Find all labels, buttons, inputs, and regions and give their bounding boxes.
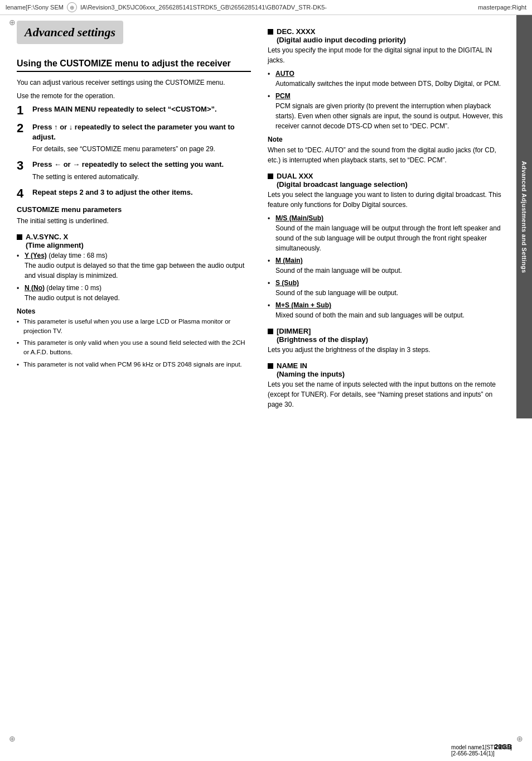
step-1: 1 Press MAIN MENU repeatedly to select “… (17, 104, 251, 117)
namein-heading-row: NAME IN (Naming the inputs) (268, 362, 505, 378)
dimmer-square-icon (268, 329, 273, 334)
right-column: DEC. XXXX (Digital audio input decoding … (262, 15, 516, 418)
main-layout: Advanced settings Using the CUSTOMIZE me… (0, 15, 532, 418)
namein-intro: Lets you set the name of inputs selected… (268, 379, 505, 410)
note-1: This parameter is useful when you use a … (17, 317, 251, 336)
dimmer-subtitle: (Brightness of the display) (277, 335, 368, 344)
note-3: This parameter is not valid when PCM 96 … (17, 360, 251, 369)
dual-square-icon (268, 174, 273, 179)
section2-intro: The initial setting is underlined. (17, 216, 251, 226)
header-bar: lename[F:\Sony SEM ⊕ IA\Revision3_DK5\JC… (0, 0, 532, 15)
sidebar-label: Advanced Adjustments and Settings (521, 161, 528, 273)
dual-title: DUAL XXX (277, 172, 313, 180)
dimmer-heading-row: [DIMMER] (Brightness of the display) (268, 327, 505, 344)
crosshair-header: ⊕ (67, 2, 77, 12)
step-3-content: Press ← or → repeatedly to select the se… (32, 160, 251, 181)
avsync-no-delay: (delay time : 0 ms) (46, 284, 101, 292)
avsync-square-icon (17, 234, 22, 240)
dual-bullet-m: • M (Main) Sound of the main language wi… (268, 256, 505, 276)
avsync-no-text: The audio output is not delayed. (25, 294, 120, 302)
page-title: Advanced settings (25, 25, 115, 40)
step-4-number: 4 (17, 187, 32, 200)
dual-s-text: Sound of the sub language will be output… (275, 289, 398, 297)
title-box: Advanced settings (17, 21, 123, 44)
namein-subtitle: (Naming the inputs) (277, 370, 345, 378)
step-1-content: Press MAIN MENU repeatedly to select “<C… (32, 104, 251, 116)
dec-heading-row: DEC. XXXX (Digital audio input decoding … (268, 27, 505, 44)
step-4: 4 Repeat steps 2 and 3 to adjust the oth… (17, 187, 251, 200)
dual-s-label: S (Sub) (275, 279, 299, 287)
section1-heading: Using the CUSTOMIZE menu to adjust the r… (17, 59, 251, 72)
namein-title: NAME IN (277, 362, 307, 370)
dec-square-icon (268, 29, 273, 35)
avsync-no-content: N (No) (delay time : 0 ms) The audio out… (25, 283, 120, 303)
step-2-body: For details, see “CUSTOMIZE menu paramet… (32, 144, 251, 154)
dec-pcm-content: PCM PCM signals are given priority (to p… (275, 91, 505, 131)
dec-note-label: Note (268, 136, 505, 143)
left-column: Advanced settings Using the CUSTOMIZE me… (0, 15, 262, 418)
dual-bullet-s: • S (Sub) Sound of the sub language will… (268, 278, 505, 298)
avsync-bullet-no: • N (No) (delay time : 0 ms) The audio o… (17, 283, 251, 303)
avsync-yes-delay: (delay time : 68 ms) (49, 252, 107, 259)
bullet-dot-no: • (17, 283, 21, 293)
corner-mark-tl: ⊕ (7, 17, 18, 28)
dual-ms-text: Sound of the main language will be outpu… (275, 224, 501, 252)
step-4-title: Repeat steps 2 and 3 to adjust the other… (32, 187, 251, 198)
dec-title: DEC. XXXX (277, 27, 315, 36)
section2-heading: CUSTOMIZE menu parameters (17, 205, 251, 214)
avsync-yes-label: Y (Yes) (25, 252, 47, 259)
header-path: IA\Revision3_DK5\JC06xxx_2656285141STRDK… (80, 4, 327, 11)
bullet-dot-yes: • (17, 251, 21, 261)
dimmer-title: [DIMMER] (277, 327, 311, 335)
sidebar: Advanced Adjustments and Settings (516, 15, 532, 418)
dual-m-text: Sound of the main language will be outpu… (275, 267, 402, 274)
notes-label: Notes (17, 307, 251, 315)
step-3: 3 Press ← or → repeatedly to select the … (17, 160, 251, 181)
avsync-subtitle: (Time alignment) (26, 241, 84, 249)
dual-mpluss-content: M+S (Main + Sub) Mixed sound of both the… (275, 300, 465, 320)
step-4-content: Repeat steps 2 and 3 to adjust the other… (32, 187, 251, 199)
dec-subtitle: (Digital audio input decoding priority) (277, 36, 406, 44)
avsync-yes-text: The audio output is delayed so that the … (25, 262, 244, 280)
header-right: masterpage:Right (478, 4, 526, 11)
avsync-yes-content: Y (Yes) (delay time : 68 ms) The audio o… (25, 251, 251, 281)
avsync-heading-text: A.V.SYNC. X (Time alignment) (26, 233, 84, 249)
dec-auto-text: Automatically switches the input mode be… (275, 80, 501, 88)
header-left: lename[F:\Sony SEM ⊕ IA\Revision3_DK5\JC… (6, 2, 327, 12)
dual-subtitle: (Digital broadcast language selection) (277, 180, 408, 189)
dual-m-content: M (Main) Sound of the main language will… (275, 256, 402, 276)
dual-heading-row: DUAL XXX (Digital broadcast language sel… (268, 172, 505, 189)
step-3-number: 3 (17, 160, 32, 172)
step-1-title: Press MAIN MENU repeatedly to select “<C… (32, 104, 251, 114)
dec-pcm-label: PCM (275, 92, 291, 100)
dec-note-text: When set to “DEC. AUTO” and the sound fr… (268, 145, 505, 165)
dual-intro: Lets you select the language you want to… (268, 190, 505, 210)
step-3-title: Press ← or → repeatedly to select the se… (32, 160, 251, 170)
step-1-number: 1 (17, 104, 32, 117)
corner-mark-br: ⊕ (514, 733, 525, 744)
namein-square-icon (268, 363, 273, 369)
dec-bullet-pcm: • PCM PCM signals are given priority (to… (268, 91, 505, 131)
dual-heading-text: DUAL XXX (Digital broadcast language sel… (277, 172, 408, 189)
avsync-title: A.V.SYNC. X (26, 233, 68, 241)
dual-bullet-mpluss: • M+S (Main + Sub) Mixed sound of both t… (268, 300, 505, 320)
dual-m-label: M (Main) (275, 257, 303, 264)
dec-auto-content: AUTO Automatically switches the input mo… (275, 69, 501, 89)
avsync-no-label: N (No) (25, 284, 45, 292)
dual-bullet-ms: • M/S (Main/Sub) Sound of the main langu… (268, 213, 505, 253)
namein-heading-text: NAME IN (Naming the inputs) (277, 362, 345, 378)
step-2: 2 Press ↑ or ↓ repeatedly to select the … (17, 122, 251, 154)
corner-mark-bl: ⊕ (7, 733, 18, 744)
section1-intro2: Use the remote for the operation. (17, 91, 251, 101)
dimmer-intro: Lets you adjust the brightness of the di… (268, 345, 505, 355)
dec-bullet-auto: • AUTO Automatically switches the input … (268, 69, 505, 89)
dual-ms-content: M/S (Main/Sub) Sound of the main languag… (275, 213, 505, 253)
step-2-title: Press ↑ or ↓ repeatedly to select the pa… (32, 122, 251, 142)
section1-intro1: You can adjust various receiver settings… (17, 78, 251, 88)
dec-auto-label: AUTO (275, 70, 294, 78)
dual-mpluss-text: Mixed sound of both the main and sub lan… (275, 311, 465, 319)
dual-mpluss-label: M+S (Main + Sub) (275, 301, 331, 309)
step-2-content: Press ↑ or ↓ repeatedly to select the pa… (32, 122, 251, 154)
avsync-bullet-yes: • Y (Yes) (delay time : 68 ms) The audio… (17, 251, 251, 281)
dual-s-content: S (Sub) Sound of the sub language will b… (275, 278, 398, 298)
